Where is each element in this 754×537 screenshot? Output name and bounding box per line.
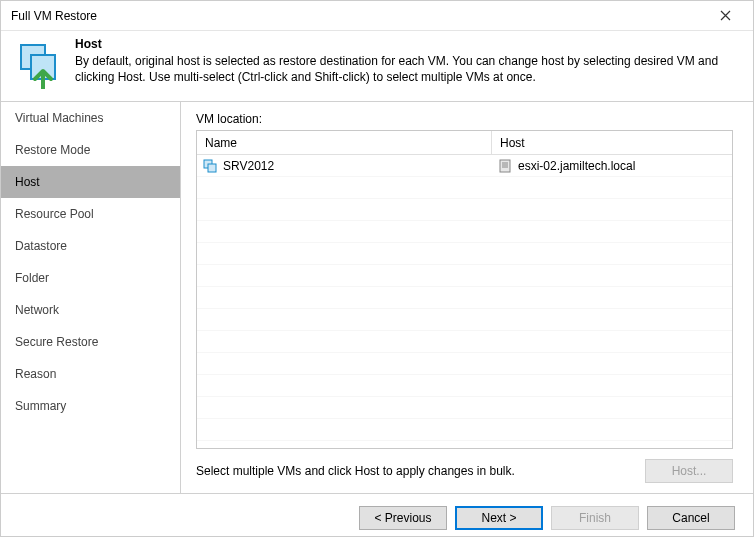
- sidebar-item-folder[interactable]: Folder: [1, 262, 180, 294]
- vm-location-label: VM location:: [196, 112, 733, 126]
- server-icon: [498, 159, 512, 173]
- sidebar-item-resource-pool[interactable]: Resource Pool: [1, 198, 180, 230]
- svg-rect-3: [208, 164, 216, 172]
- vm-icon: [203, 159, 217, 173]
- table-row[interactable]: SRV2012 esxi-02.jamiltech.local: [197, 155, 732, 177]
- finish-button[interactable]: Finish: [551, 506, 639, 530]
- main-panel: VM location: Name Host SRV2012: [181, 102, 753, 493]
- row-host: esxi-02.jamiltech.local: [518, 159, 635, 173]
- column-header-host[interactable]: Host: [492, 131, 732, 154]
- sidebar-item-secure-restore[interactable]: Secure Restore: [1, 326, 180, 358]
- sidebar-item-network[interactable]: Network: [1, 294, 180, 326]
- previous-button[interactable]: < Previous: [359, 506, 447, 530]
- footer: < Previous Next > Finish Cancel: [1, 493, 753, 537]
- sidebar-item-host[interactable]: Host: [1, 166, 180, 198]
- wizard-sidebar: Virtual Machines Restore Mode Host Resou…: [1, 102, 181, 493]
- header-title: Host: [75, 37, 739, 51]
- bulk-hint: Select multiple VMs and click Host to ap…: [196, 464, 635, 478]
- sidebar-item-summary[interactable]: Summary: [1, 390, 180, 422]
- close-icon: [720, 10, 731, 21]
- next-button[interactable]: Next >: [455, 506, 543, 530]
- column-header-name[interactable]: Name: [197, 131, 492, 154]
- table-body: SRV2012 esxi-02.jamiltech.local: [197, 155, 732, 443]
- host-wizard-icon: [15, 41, 63, 89]
- table-header: Name Host: [197, 131, 732, 155]
- svg-rect-4: [500, 160, 510, 172]
- row-name: SRV2012: [223, 159, 274, 173]
- cancel-button[interactable]: Cancel: [647, 506, 735, 530]
- header-description: By default, original host is selected as…: [75, 53, 739, 85]
- close-button[interactable]: [705, 2, 745, 30]
- host-button[interactable]: Host...: [645, 459, 733, 483]
- sidebar-item-virtual-machines[interactable]: Virtual Machines: [1, 102, 180, 134]
- sidebar-item-reason[interactable]: Reason: [1, 358, 180, 390]
- titlebar: Full VM Restore: [1, 1, 753, 31]
- sidebar-item-datastore[interactable]: Datastore: [1, 230, 180, 262]
- vm-location-table: Name Host SRV2012: [196, 130, 733, 449]
- window-title: Full VM Restore: [11, 9, 705, 23]
- sidebar-item-restore-mode[interactable]: Restore Mode: [1, 134, 180, 166]
- header: Host By default, original host is select…: [1, 31, 753, 101]
